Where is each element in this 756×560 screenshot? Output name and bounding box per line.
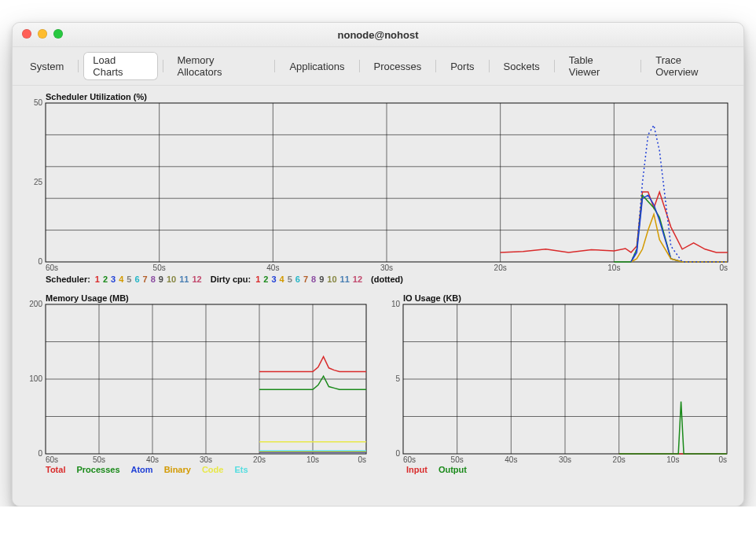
svg-text:0s: 0s (358, 455, 366, 464)
tab-separator (78, 60, 79, 72)
memory-chart-block: Memory Usage (MB)60s50s40s30s20s10s0s010… (25, 292, 370, 474)
app-window: nonode@nohost SystemLoad ChartsMemory Al… (12, 22, 744, 507)
tab-ports[interactable]: Ports (441, 58, 483, 75)
svg-text:10s: 10s (607, 263, 620, 272)
close-icon[interactable] (22, 29, 31, 39)
svg-text:10s: 10s (306, 455, 319, 464)
titlebar: nonode@nohost (13, 23, 743, 47)
tab-applications[interactable]: Applications (280, 58, 354, 75)
svg-text:100: 100 (29, 374, 42, 383)
svg-text:60s: 60s (46, 263, 58, 272)
svg-text:40s: 40s (266, 263, 279, 272)
memory-chart: Memory Usage (MB)60s50s40s30s20s10s0s010… (25, 292, 369, 465)
legend-item-total: Total (46, 465, 65, 474)
svg-text:IO Usage (KB): IO Usage (KB) (403, 293, 461, 303)
svg-text:10: 10 (391, 300, 401, 308)
svg-text:10s: 10s (666, 455, 679, 464)
svg-text:20s: 20s (494, 263, 507, 272)
scheduler-chart: Scheduler Utilization (%)60s50s40s30s20s… (25, 90, 731, 273)
tab-separator (435, 60, 436, 72)
content: Scheduler Utilization (%)60s50s40s30s20s… (13, 86, 743, 506)
tab-separator (359, 60, 360, 72)
svg-text:30s: 30s (380, 263, 393, 272)
tab-memory-allocators[interactable]: Memory Allocators (167, 52, 270, 80)
scheduler-legend: Scheduler:123456789101112 Dirty cpu:1234… (25, 273, 731, 284)
tab-separator (274, 60, 275, 72)
tab-table-viewer[interactable]: Table Viewer (560, 52, 637, 80)
svg-text:0: 0 (395, 449, 400, 458)
minimize-icon[interactable] (38, 29, 47, 39)
tabbar: SystemLoad ChartsMemory AllocatorsApplic… (13, 47, 743, 86)
tab-load-charts[interactable]: Load Charts (83, 52, 157, 80)
svg-text:Memory Usage (MB): Memory Usage (MB) (46, 293, 129, 303)
svg-text:200: 200 (29, 300, 42, 308)
memory-legend: TotalProcessesAtomBinaryCodeEts (25, 465, 370, 474)
scheduler-chart-block: Scheduler Utilization (%)60s50s40s30s20s… (25, 90, 731, 284)
tab-processes[interactable]: Processes (365, 58, 431, 75)
legend-item-ets: Ets (234, 465, 248, 474)
legend-item-atom: Atom (131, 465, 153, 474)
svg-text:5: 5 (395, 374, 400, 383)
window-title: nonode@nohost (13, 29, 743, 41)
legend-item-code: Code (202, 465, 224, 474)
svg-text:0s: 0s (718, 455, 727, 464)
svg-text:60s: 60s (403, 455, 416, 464)
svg-text:50: 50 (34, 98, 43, 107)
io-chart-block: IO Usage (KB)60s50s40s30s20s10s0s0510 In… (386, 292, 731, 474)
svg-text:0s: 0s (719, 263, 728, 272)
svg-text:50s: 50s (451, 455, 464, 464)
tab-system[interactable]: System (20, 58, 73, 75)
svg-text:Scheduler Utilization (%): Scheduler Utilization (%) (46, 92, 147, 101)
svg-text:50s: 50s (153, 263, 166, 272)
io-legend: InputOutput (386, 465, 731, 474)
traffic-lights (22, 29, 63, 39)
legend-item-processes: Processes (76, 465, 119, 474)
tab-separator (640, 60, 641, 72)
tab-trace-overview[interactable]: Trace Overview (646, 52, 736, 80)
svg-text:30s: 30s (559, 455, 571, 464)
legend-item-output: Output (439, 465, 467, 474)
tab-sockets[interactable]: Sockets (494, 58, 549, 75)
svg-text:0: 0 (38, 449, 42, 458)
legend-item-input: Input (406, 465, 428, 474)
svg-text:40s: 40s (505, 455, 517, 464)
legend-item-binary: Binary (164, 465, 191, 474)
zoom-icon[interactable] (53, 29, 63, 39)
io-chart: IO Usage (KB)60s50s40s30s20s10s0s0510 (386, 292, 730, 465)
svg-text:20s: 20s (613, 455, 626, 464)
svg-text:40s: 40s (146, 455, 159, 464)
svg-text:30s: 30s (200, 455, 212, 464)
tab-separator (163, 60, 163, 72)
svg-text:25: 25 (34, 178, 43, 186)
svg-text:60s: 60s (46, 455, 58, 464)
tab-separator (489, 60, 490, 72)
svg-text:0: 0 (38, 257, 42, 266)
tab-separator (554, 60, 555, 72)
svg-text:20s: 20s (253, 455, 266, 464)
svg-text:50s: 50s (93, 455, 105, 464)
